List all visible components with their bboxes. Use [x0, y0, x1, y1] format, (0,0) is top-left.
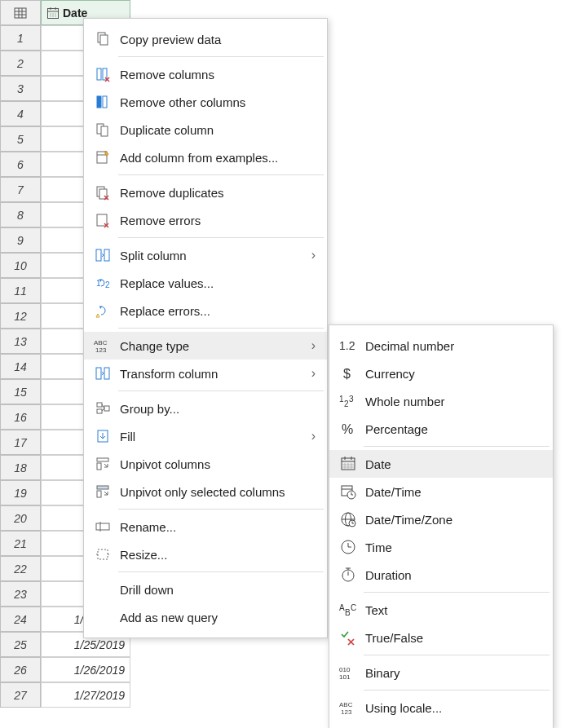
row-header[interactable]: 11 [0, 278, 41, 303]
menu-change-type[interactable]: ABC123 Change type › [84, 332, 327, 360]
menu-resize[interactable]: Resize... [84, 540, 327, 568]
resize-icon [92, 546, 113, 563]
menu-replace-values[interactable]: 12 Replace values... [84, 269, 327, 297]
svg-text:123: 123 [95, 346, 107, 354]
type-duration[interactable]: Duration [329, 561, 553, 589]
menu-remove-errors[interactable]: Remove errors [84, 206, 327, 234]
menu-group-by[interactable]: Group by... [84, 395, 327, 422]
row-header[interactable]: 1 [0, 25, 41, 51]
type-using-locale[interactable]: ABC123 Using locale... [329, 694, 553, 721]
time-icon [338, 539, 359, 555]
row-header[interactable]: 21 [0, 531, 41, 556]
type-text[interactable]: ABC Text [329, 596, 553, 624]
group-by-icon [92, 400, 113, 417]
type-whole-number[interactable]: 123 Whole number [329, 387, 553, 415]
row-header[interactable]: 19 [0, 480, 41, 505]
menu-unpivot-columns[interactable]: Unpivot columns [84, 450, 327, 478]
chevron-right-icon: › [304, 366, 316, 381]
text-icon: ABC [338, 602, 359, 617]
row-header[interactable]: 12 [0, 303, 41, 329]
row-header[interactable]: 2 [0, 51, 41, 76]
unpivot-icon [92, 456, 113, 472]
svg-rect-21 [101, 126, 108, 136]
svg-rect-39 [97, 403, 102, 407]
svg-rect-19 [103, 96, 107, 108]
rename-icon [92, 518, 113, 535]
row-header[interactable]: 10 [0, 253, 41, 278]
type-percentage[interactable]: % Percentage [329, 415, 553, 443]
data-cell[interactable]: 1/27/2019 [41, 682, 130, 708]
transform-column-icon [92, 365, 113, 382]
type-datetime[interactable]: Date/Time [329, 478, 553, 505]
row-header[interactable]: 7 [0, 177, 41, 202]
replace-values-icon: 12 [92, 275, 113, 291]
menu-rename[interactable]: Rename... [84, 513, 327, 540]
svg-rect-51 [98, 549, 108, 559]
svg-rect-31 [96, 249, 101, 261]
row-header[interactable]: 20 [0, 505, 41, 531]
menu-unpivot-only-selected[interactable]: Unpivot only selected columns [84, 478, 327, 505]
currency-icon: $ [338, 365, 359, 382]
row-header[interactable]: 4 [0, 101, 41, 126]
menu-split-column[interactable]: Split column › [84, 241, 327, 269]
menu-add-from-examples[interactable]: Add column from examples... [84, 143, 327, 171]
row-header[interactable]: 18 [0, 455, 41, 480]
row-header[interactable]: 9 [0, 227, 41, 253]
row-header[interactable]: 27 [0, 682, 41, 708]
menu-remove-duplicates[interactable]: Remove duplicates [84, 179, 327, 206]
remove-other-columns-icon [92, 94, 113, 110]
menu-fill[interactable]: Fill › [84, 422, 327, 450]
row-header[interactable]: 14 [0, 354, 41, 379]
row-header[interactable]: 26 [0, 657, 41, 682]
data-cell[interactable]: 1/26/2019 [41, 657, 130, 682]
remove-columns-icon [92, 66, 113, 82]
svg-rect-37 [96, 368, 101, 379]
menu-remove-other-columns[interactable]: Remove other columns [84, 88, 327, 116]
row-header[interactable]: 17 [0, 430, 41, 455]
row-header[interactable]: 6 [0, 152, 41, 177]
row-header[interactable]: 13 [0, 329, 41, 354]
table-icon [14, 7, 27, 20]
menu-duplicate-column[interactable]: Duplicate column [84, 116, 327, 143]
row-header[interactable]: 5 [0, 126, 41, 152]
row-header[interactable]: 3 [0, 76, 41, 101]
column-context-menu: Copy preview data Remove columns Remove … [83, 18, 328, 638]
menu-replace-errors[interactable]: Replace errors... [84, 297, 327, 324]
svg-text:123: 123 [341, 708, 352, 716]
menu-copy-preview[interactable]: Copy preview data [84, 25, 327, 53]
svg-text:2: 2 [105, 280, 110, 289]
row-header[interactable]: 24 [0, 607, 41, 632]
row-header[interactable]: 22 [0, 556, 41, 581]
copy-icon [92, 31, 113, 47]
type-true-false[interactable]: True/False [329, 624, 553, 651]
type-binary[interactable]: 010101 Binary [329, 659, 553, 686]
table-corner-cell[interactable] [0, 0, 41, 25]
type-currency[interactable]: $ Currency [329, 360, 553, 387]
svg-text:010: 010 [339, 666, 351, 673]
row-header[interactable]: 16 [0, 404, 41, 430]
svg-rect-32 [104, 249, 109, 261]
row-header[interactable]: 15 [0, 379, 41, 404]
menu-remove-columns[interactable]: Remove columns [84, 60, 327, 88]
row-header[interactable]: 23 [0, 581, 41, 607]
type-date[interactable]: Date [329, 450, 553, 478]
date-icon [338, 456, 359, 472]
menu-add-as-new-query[interactable]: Add as new query [84, 603, 327, 631]
row-header[interactable]: 25 [0, 632, 41, 657]
svg-rect-45 [97, 458, 108, 461]
svg-rect-18 [97, 96, 101, 108]
svg-text:$: $ [343, 367, 351, 381]
type-time[interactable]: Time [329, 533, 553, 561]
type-decimal-number[interactable]: 1.2 Decimal number [329, 332, 553, 360]
decimal-icon: 1.2 [338, 338, 359, 353]
svg-text:1.2: 1.2 [339, 339, 355, 352]
menu-transform-column[interactable]: Transform column › [84, 360, 327, 387]
menu-drill-down[interactable]: Drill down [84, 576, 327, 603]
split-column-icon [92, 247, 113, 263]
svg-text:C: C [351, 603, 356, 612]
change-type-icon: ABC123 [92, 338, 113, 354]
row-header[interactable]: 8 [0, 202, 41, 227]
svg-text:%: % [342, 422, 353, 436]
chevron-right-icon: › [304, 429, 316, 443]
type-datetimezone[interactable]: Date/Time/Zone [329, 505, 553, 533]
